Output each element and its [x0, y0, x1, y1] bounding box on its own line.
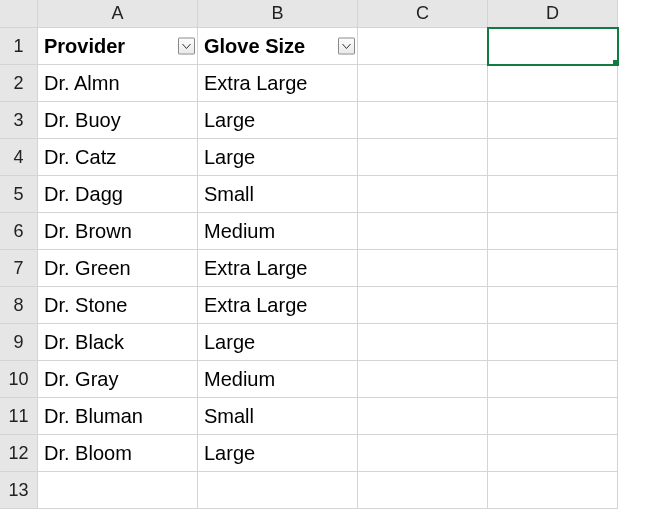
row-header-8[interactable]: 8 [0, 287, 38, 324]
cell-text: Dr. Black [44, 332, 124, 352]
row-header-2[interactable]: 2 [0, 65, 38, 102]
col-header-A[interactable]: A [38, 0, 198, 28]
cell-C9[interactable] [358, 324, 488, 361]
cell-text: Large [204, 443, 255, 463]
cell-C7[interactable] [358, 250, 488, 287]
spreadsheet-grid[interactable]: A B C D 1 Provider Glove Size 2 Dr. Almn… [0, 0, 667, 509]
cell-text: Dr. Brown [44, 221, 132, 241]
cell-A11[interactable]: Dr. Bluman [38, 398, 198, 435]
cell-A13[interactable] [38, 472, 198, 509]
cell-text: Dr. Bloom [44, 443, 132, 463]
cell-A1[interactable]: Provider [38, 28, 198, 65]
cell-text: Medium [204, 221, 275, 241]
cell-A4[interactable]: Dr. Catz [38, 139, 198, 176]
cell-C10[interactable] [358, 361, 488, 398]
cell-text: Large [204, 110, 255, 130]
chevron-down-icon [182, 43, 191, 49]
cell-D12[interactable] [488, 435, 618, 472]
row-header-9[interactable]: 9 [0, 324, 38, 361]
cell-B4[interactable]: Large [198, 139, 358, 176]
cell-D6[interactable] [488, 213, 618, 250]
cell-D8[interactable] [488, 287, 618, 324]
cell-C4[interactable] [358, 139, 488, 176]
cell-text: Dr. Buoy [44, 110, 121, 130]
cell-text: Small [204, 406, 254, 426]
cell-text: Large [204, 147, 255, 167]
cell-D4[interactable] [488, 139, 618, 176]
cell-C13[interactable] [358, 472, 488, 509]
cell-D2[interactable] [488, 65, 618, 102]
row-header-13[interactable]: 13 [0, 472, 38, 509]
cell-B9[interactable]: Large [198, 324, 358, 361]
row-header-4[interactable]: 4 [0, 139, 38, 176]
row-header-7[interactable]: 7 [0, 250, 38, 287]
cell-C6[interactable] [358, 213, 488, 250]
col-header-D[interactable]: D [488, 0, 618, 28]
cell-B2[interactable]: Extra Large [198, 65, 358, 102]
select-all-corner[interactable] [0, 0, 38, 28]
cell-text: Dr. Catz [44, 147, 116, 167]
cell-A9[interactable]: Dr. Black [38, 324, 198, 361]
cell-text: Dr. Dagg [44, 184, 123, 204]
cell-A7[interactable]: Dr. Green [38, 250, 198, 287]
cell-A2[interactable]: Dr. Almn [38, 65, 198, 102]
cell-A8[interactable]: Dr. Stone [38, 287, 198, 324]
cell-text: Dr. Green [44, 258, 131, 278]
cell-B13[interactable] [198, 472, 358, 509]
cell-C11[interactable] [358, 398, 488, 435]
row-header-1[interactable]: 1 [0, 28, 38, 65]
filter-button-provider[interactable] [178, 38, 195, 55]
row-header-5[interactable]: 5 [0, 176, 38, 213]
cell-text: Extra Large [204, 73, 307, 93]
cell-C3[interactable] [358, 102, 488, 139]
cell-A12[interactable]: Dr. Bloom [38, 435, 198, 472]
cell-B12[interactable]: Large [198, 435, 358, 472]
col-header-B[interactable]: B [198, 0, 358, 28]
cell-D10[interactable] [488, 361, 618, 398]
cell-B11[interactable]: Small [198, 398, 358, 435]
cell-C12[interactable] [358, 435, 488, 472]
header-provider-label: Provider [44, 36, 125, 56]
filter-button-glove-size[interactable] [338, 38, 355, 55]
header-glove-size-label: Glove Size [204, 36, 305, 56]
chevron-down-icon [342, 43, 351, 49]
row-header-11[interactable]: 11 [0, 398, 38, 435]
cell-text: Dr. Almn [44, 73, 120, 93]
cell-D3[interactable] [488, 102, 618, 139]
cell-text: Small [204, 184, 254, 204]
cell-D9[interactable] [488, 324, 618, 361]
cell-text: Extra Large [204, 258, 307, 278]
cell-text: Medium [204, 369, 275, 389]
row-header-3[interactable]: 3 [0, 102, 38, 139]
row-header-6[interactable]: 6 [0, 213, 38, 250]
row-header-10[interactable]: 10 [0, 361, 38, 398]
row-header-12[interactable]: 12 [0, 435, 38, 472]
cell-D13[interactable] [488, 472, 618, 509]
cell-B5[interactable]: Small [198, 176, 358, 213]
cell-text: Extra Large [204, 295, 307, 315]
cell-D7[interactable] [488, 250, 618, 287]
cell-D5[interactable] [488, 176, 618, 213]
cell-B7[interactable]: Extra Large [198, 250, 358, 287]
cell-B10[interactable]: Medium [198, 361, 358, 398]
cell-A3[interactable]: Dr. Buoy [38, 102, 198, 139]
cell-A5[interactable]: Dr. Dagg [38, 176, 198, 213]
cell-B8[interactable]: Extra Large [198, 287, 358, 324]
cell-text: Dr. Gray [44, 369, 118, 389]
cell-A10[interactable]: Dr. Gray [38, 361, 198, 398]
cell-text: Dr. Bluman [44, 406, 143, 426]
cell-C2[interactable] [358, 65, 488, 102]
cell-B3[interactable]: Large [198, 102, 358, 139]
cell-B6[interactable]: Medium [198, 213, 358, 250]
cell-text: Large [204, 332, 255, 352]
cell-C1[interactable] [358, 28, 488, 65]
cell-D1[interactable] [488, 28, 618, 65]
cell-C5[interactable] [358, 176, 488, 213]
cell-A6[interactable]: Dr. Brown [38, 213, 198, 250]
col-header-C[interactable]: C [358, 0, 488, 28]
cell-D11[interactable] [488, 398, 618, 435]
cell-text: Dr. Stone [44, 295, 127, 315]
cell-B1[interactable]: Glove Size [198, 28, 358, 65]
cell-C8[interactable] [358, 287, 488, 324]
